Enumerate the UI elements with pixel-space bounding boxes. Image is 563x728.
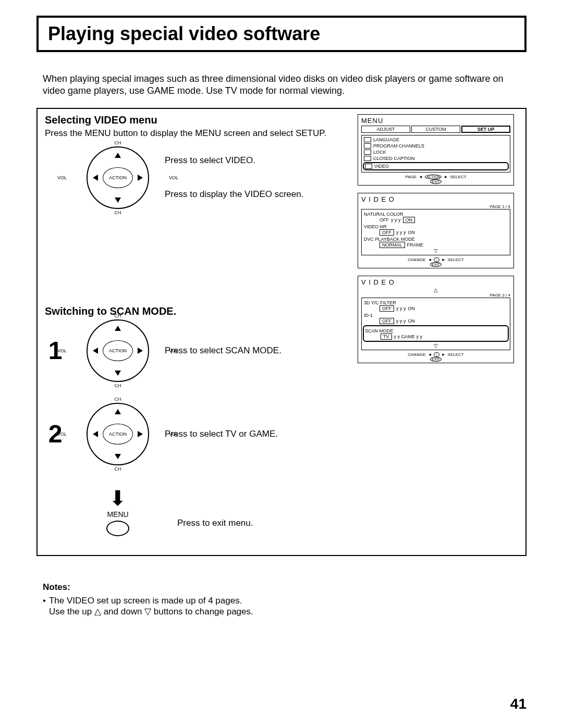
down-arrow-icon — [115, 371, 121, 376]
action-button-label: ACTION — [103, 167, 133, 188]
notes-heading: Notes: — [43, 582, 520, 593]
left-arrow-icon — [93, 348, 98, 354]
osd-item: PROGRAM CHANNELS — [364, 143, 508, 149]
section1-heading: Selecting VIDEO menu — [45, 114, 347, 126]
page-down-indicator-icon: ▽ — [364, 248, 508, 254]
section1-caption1: Press to select VIDEO. — [165, 155, 303, 166]
left-instructions-column: Selecting VIDEO menu Press the MENU butt… — [45, 114, 347, 536]
down-arrow-icon — [115, 198, 121, 203]
osd-item: NATURAL COLOR OFFy y yON — [364, 212, 508, 223]
triangle-up-icon: △ — [94, 607, 101, 616]
section1-caption2: Press to display the VIDEO screen. — [165, 189, 303, 200]
osd-tab-adjust: ADJUST — [361, 126, 410, 133]
menu-button-label: MENU — [107, 510, 128, 519]
page-up-indicator-icon: △ — [361, 287, 510, 293]
page-title: Playing special video software — [48, 23, 515, 45]
osd-item-scan-mode-highlighted: SCAN MODE TVy y GAME y y — [363, 325, 509, 342]
exit-menu-row: MENU Press to exit menu. — [45, 510, 347, 536]
up-arrow-icon — [115, 153, 121, 158]
page-down-indicator-icon: ▽ — [364, 343, 508, 349]
section2-heading: Switching to SCAN MODE. — [45, 305, 347, 317]
down-arrow-icon: ⬇ — [71, 486, 165, 510]
left-arrow-icon — [93, 431, 98, 437]
up-arrow-icon — [115, 326, 121, 331]
osd-item: DVC PLAYBACK MODE NORMALFRAME — [364, 237, 508, 248]
osd-item: VIDEO NR OFFy y yON — [364, 224, 508, 236]
triangle-down-icon: ▽ — [144, 607, 151, 616]
osd-item: 3D Y/C FILTER OFFy y yON — [364, 300, 508, 312]
osd-video-page2: V I D E O △ PAGE 2 / 4 3D Y/C FILTER OFF… — [358, 276, 514, 363]
step1-row: 1 CH ACTION CH VOL VOL Press to select S… — [45, 319, 347, 382]
section1-text: Press the MENU button to display the MEN… — [45, 128, 347, 139]
cc-icon — [364, 156, 371, 161]
navigation-dial-diagram: CH ACTION CH VOL VOL — [71, 146, 165, 209]
left-arrow-icon — [93, 175, 98, 181]
page-number: 41 — [510, 696, 527, 712]
osd-tab-custom: CUSTOM — [411, 126, 460, 133]
notes-section: Notes: • The VIDEO set up screen is made… — [36, 582, 527, 617]
step2-caption: Press to select TV or GAME. — [165, 429, 278, 439]
channels-icon — [364, 143, 371, 149]
step2-row: 2 CH ACTION CH VOL VOL Press to select T… — [45, 403, 347, 465]
intro-paragraph: When playing special images such as thre… — [36, 73, 527, 97]
language-icon — [364, 137, 371, 142]
lock-icon — [364, 150, 371, 155]
osd-item: CLOSED CAPTION — [364, 155, 508, 162]
exit-menu-caption: Press to exit menu. — [177, 518, 253, 528]
osd-item-video-highlighted: VIDEO — [363, 162, 509, 170]
osd-item: LOCK — [364, 149, 508, 155]
osd-video-page1: V I D E O PAGE 1 / 4 NATURAL COLOR OFFy … — [358, 193, 514, 268]
video-icon — [365, 164, 372, 169]
osd-tab-setup: SET UP — [461, 126, 510, 133]
main-instructions-frame: Selecting VIDEO menu Press the MENU butt… — [36, 108, 527, 556]
right-arrow-icon — [138, 175, 143, 181]
menu-button-icon — [106, 521, 129, 536]
right-arrow-icon — [138, 348, 143, 354]
step1-caption: Press to select SCAN MODE. — [165, 346, 282, 356]
osd-item: ID-1 OFFy y yON — [364, 313, 508, 324]
page-title-box: Playing special video software — [36, 16, 527, 52]
navigation-dial-diagram: CH ACTION CH VOL VOL — [71, 403, 165, 465]
osd-menu-screen: MENU ADJUST CUSTOM SET UP LANGUAGE PROGR… — [358, 114, 514, 186]
osd-screenshots-column: MENU ADJUST CUSTOM SET UP LANGUAGE PROGR… — [358, 114, 514, 536]
navigation-dial-diagram: CH ACTION CH VOL VOL — [71, 319, 165, 382]
up-arrow-icon — [115, 409, 121, 414]
osd-item: LANGUAGE — [364, 137, 508, 143]
down-arrow-icon — [115, 454, 121, 459]
right-arrow-icon — [138, 431, 143, 437]
section1-dial-row: CH ACTION CH VOL VOL Press to select VID… — [45, 144, 347, 212]
